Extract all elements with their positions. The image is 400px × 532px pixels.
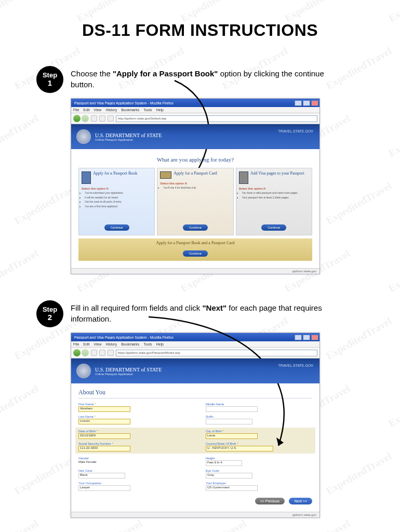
next-button[interactable]: Next >> — [289, 498, 312, 504]
state-birth-field[interactable]: U - KENTUCKY, U.S. — [206, 446, 273, 451]
first-name-field[interactable]: Abraham — [78, 406, 130, 412]
continue-visa-button[interactable]: Continue — [261, 224, 286, 231]
passport-book-icon — [82, 171, 91, 184]
screenshot-1: Passport and Visa Pages Application Syst… — [71, 98, 320, 274]
prompt-heading: What are you applying for today? — [78, 156, 312, 163]
card-passport-book: Apply for a Passport Book Select this op… — [78, 168, 155, 235]
url-input[interactable]: https://pptform.state.gov/PassportWizard… — [116, 350, 317, 356]
stop-icon[interactable] — [99, 350, 105, 356]
address-bar: http://pptform.state.gov/Default.asp — [71, 113, 319, 124]
step-1-badge: Step 1 — [36, 66, 63, 93]
occupation-field[interactable]: Lawyer — [78, 485, 130, 491]
status-bar: pptform.state.gov — [71, 512, 319, 517]
state-seal-icon — [76, 129, 91, 144]
window-titlebar: Passport and Visa Pages Application Syst… — [71, 333, 319, 341]
section-heading: About You — [78, 389, 312, 398]
reload-icon[interactable] — [91, 115, 97, 122]
close-icon[interactable] — [311, 335, 318, 340]
gender-radios[interactable]: Male Female — [78, 460, 97, 463]
height-field[interactable]: Feet 6 In 4 — [206, 460, 242, 466]
card-passport-card: Apply for a Passport Card Select this op… — [157, 168, 233, 235]
state-seal-icon — [76, 364, 91, 378]
suffix-field[interactable] — [206, 419, 252, 424]
reload-icon[interactable] — [91, 350, 97, 356]
card-visa-pages: Add Visa pages to your Passport Select t… — [236, 168, 312, 235]
last-name-field[interactable]: Lincoln — [78, 419, 130, 424]
minimize-icon[interactable] — [295, 335, 302, 340]
window-titlebar: Passport and Visa Pages Application Syst… — [71, 99, 319, 107]
cob-field[interactable]: Larue — [206, 433, 258, 439]
back-icon[interactable] — [73, 349, 81, 356]
continue-book-button[interactable]: Continue — [104, 224, 129, 231]
close-icon[interactable] — [311, 100, 318, 106]
minimize-icon[interactable] — [295, 100, 302, 106]
forward-icon[interactable] — [82, 349, 89, 356]
browser-menubar[interactable]: FileEditViewHistoryBookmarksToolsHelp — [71, 107, 319, 113]
previous-button[interactable]: << Previous — [255, 498, 285, 504]
passport-card-icon — [160, 171, 171, 179]
home-icon[interactable] — [108, 115, 114, 122]
visa-pages-icon — [239, 171, 248, 184]
eye-field[interactable]: Gray — [206, 473, 252, 478]
home-icon[interactable] — [108, 350, 114, 356]
site-banner: U.S. DEPARTMENT of STATE Online Passport… — [71, 124, 319, 149]
hair-field[interactable]: Black — [78, 473, 125, 478]
stop-icon[interactable] — [99, 115, 105, 122]
address-bar: https://pptform.state.gov/PassportWizard… — [71, 348, 319, 358]
browser-menubar[interactable]: FileEditViewHistoryBookmarksToolsHelp — [71, 341, 319, 348]
ssn-field[interactable]: 111-22-3333 — [78, 446, 130, 451]
dob-field[interactable]: 02/12/1809 — [78, 433, 130, 439]
screenshot-2: Passport and Visa Pages Application Syst… — [71, 332, 320, 518]
combo-strip: Apply for a Passport Book and a Passport… — [78, 238, 312, 261]
maximize-icon[interactable] — [303, 335, 310, 340]
employer-field[interactable]: US Government — [206, 485, 258, 491]
forward-icon[interactable] — [82, 115, 89, 122]
maximize-icon[interactable] — [303, 100, 310, 106]
url-input[interactable]: http://pptform.state.gov/Default.asp — [116, 115, 317, 122]
continue-both-button[interactable]: Continue — [183, 250, 208, 257]
continue-card-button[interactable]: Continue — [183, 224, 208, 231]
page-title: DS-11 FORM INSTRUCTIONS — [36, 21, 364, 40]
site-banner: U.S. DEPARTMENT of STATE Online Passport… — [71, 358, 319, 383]
middle-name-field[interactable] — [206, 406, 258, 412]
status-bar: pptform.state.gov — [71, 268, 319, 274]
step-1-block: Step 1 Choose the "Apply for a Passport … — [36, 66, 364, 274]
step-1-text: Choose the "Apply for a Passport Book" o… — [71, 66, 341, 90]
back-icon[interactable] — [73, 115, 81, 122]
step-2-text: Fill in all required form fields and cli… — [71, 300, 341, 324]
step-2-block: Step 2 Fill in all required form fields … — [36, 300, 364, 518]
step-2-badge: Step 2 — [36, 300, 63, 327]
